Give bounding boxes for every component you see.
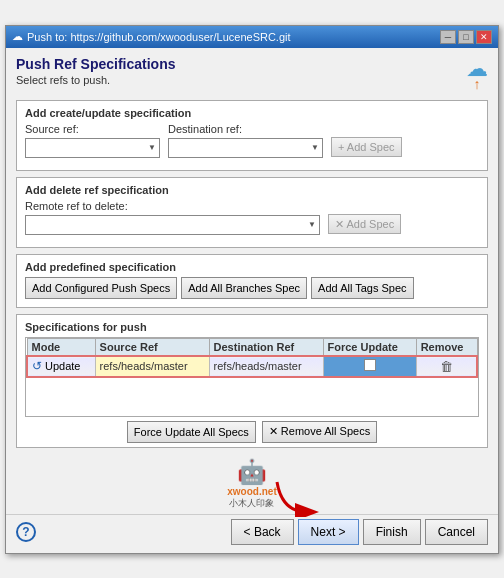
force-update-cell[interactable] xyxy=(323,356,416,377)
update-icon: ↺ xyxy=(32,359,42,373)
source-ref-label: Source ref: xyxy=(25,123,160,135)
col-force-update: Force Update xyxy=(323,338,416,356)
delete-section: Add delete ref specification Remote ref … xyxy=(16,177,488,248)
col-source-ref: Source Ref xyxy=(95,338,209,356)
add-all-branches-label: Add All Branches Spec xyxy=(188,282,300,294)
next-button[interactable]: Next > xyxy=(298,519,359,545)
add-spec-button-delete[interactable]: ✕ Add Spec xyxy=(328,214,401,234)
specs-table-container[interactable]: Mode Source Ref Destination Ref Force Up… xyxy=(25,337,479,417)
subtitle: Select refs to push. xyxy=(16,74,175,86)
create-update-title: Add create/update specification xyxy=(25,107,479,119)
logo-area: 🤖 xwood.net 小木人印象 xyxy=(227,458,276,510)
cloud-upload-icon: ☁ ↑ xyxy=(466,56,488,92)
add-spec-create-label: + Add Spec xyxy=(338,141,395,153)
main-window: ☁ Push to: https://github.com/xwooduser/… xyxy=(5,25,499,554)
force-checkbox[interactable] xyxy=(364,359,376,371)
col-dest-ref: Destination Ref xyxy=(209,338,323,356)
add-configured-label: Add Configured Push Specs xyxy=(32,282,170,294)
mode-value: Update xyxy=(45,360,80,372)
add-spec-button-create[interactable]: + Add Spec xyxy=(331,137,402,157)
tagline: 小木人印象 xyxy=(229,497,274,510)
predefined-section: Add predefined specification Add Configu… xyxy=(16,254,488,308)
back-label: < Back xyxy=(244,525,281,539)
remote-ref-label: Remote ref to delete: xyxy=(25,200,320,212)
add-all-tags-spec-button[interactable]: Add All Tags Spec xyxy=(311,277,413,299)
col-remove: Remove xyxy=(416,338,477,356)
predefined-title: Add predefined specification xyxy=(25,261,479,273)
source-ref-cell: refs/heads/master xyxy=(95,356,209,377)
specs-table: Mode Source Ref Destination Ref Force Up… xyxy=(26,338,478,378)
cancel-label: Cancel xyxy=(438,525,475,539)
remove-all-label: ✕ Remove All Specs xyxy=(269,425,370,438)
delete-title: Add delete ref specification xyxy=(25,184,479,196)
title-bar-controls[interactable]: ─ □ ✕ xyxy=(440,30,492,44)
maximize-button[interactable]: □ xyxy=(458,30,474,44)
force-update-all-specs-button[interactable]: Force Update All Specs xyxy=(127,421,256,443)
specs-title: Specifications for push xyxy=(25,321,479,333)
brand-name: xwood.net xyxy=(227,486,276,497)
add-spec-delete-label: ✕ Add Spec xyxy=(335,218,394,231)
add-all-tags-label: Add All Tags Spec xyxy=(318,282,406,294)
specs-section: Specifications for push Mode Source Ref … xyxy=(16,314,488,448)
dest-ref-arrow-icon: ▼ xyxy=(311,143,319,152)
add-all-branches-spec-button[interactable]: Add All Branches Spec xyxy=(181,277,307,299)
navigation-buttons: < Back Next > Finish Cancel xyxy=(231,519,488,545)
window-title: Push to: https://github.com/xwooduser/Lu… xyxy=(27,31,291,43)
close-button[interactable]: ✕ xyxy=(476,30,492,44)
next-label: Next > xyxy=(311,525,346,539)
col-mode: Mode xyxy=(27,338,95,356)
finish-label: Finish xyxy=(376,525,408,539)
remove-all-specs-button[interactable]: ✕ Remove All Specs xyxy=(262,421,377,443)
remote-ref-select[interactable]: ▼ xyxy=(25,215,320,235)
dest-ref-label: Destination ref: xyxy=(168,123,323,135)
create-update-section: Add create/update specification Source r… xyxy=(16,100,488,171)
page-title: Push Ref Specifications xyxy=(16,56,175,72)
source-ref-select[interactable]: ▼ xyxy=(25,138,160,158)
dest-ref-cell: refs/heads/master xyxy=(209,356,323,377)
finish-button[interactable]: Finish xyxy=(363,519,421,545)
force-update-all-label: Force Update All Specs xyxy=(134,426,249,438)
table-row[interactable]: ↺ Update refs/heads/master refs/heads/ma… xyxy=(27,356,477,377)
bottom-bar: ? < Back Next > Finish Cancel xyxy=(6,514,498,553)
cancel-button[interactable]: Cancel xyxy=(425,519,488,545)
add-configured-push-specs-button[interactable]: Add Configured Push Specs xyxy=(25,277,177,299)
dest-ref-select[interactable]: ▼ xyxy=(168,138,323,158)
remove-cell[interactable]: 🗑 xyxy=(416,356,477,377)
title-bar-left: ☁ Push to: https://github.com/xwooduser/… xyxy=(12,30,291,43)
title-bar: ☁ Push to: https://github.com/xwooduser/… xyxy=(6,26,498,48)
minimize-button[interactable]: ─ xyxy=(440,30,456,44)
help-label: ? xyxy=(22,525,29,539)
source-ref-arrow-icon: ▼ xyxy=(148,143,156,152)
predefined-buttons-row: Add Configured Push Specs Add All Branch… xyxy=(25,277,479,299)
red-arrow-icon xyxy=(272,477,322,520)
remote-ref-arrow-icon: ▼ xyxy=(308,220,316,229)
remove-icon[interactable]: 🗑 xyxy=(440,359,453,374)
table-actions: Force Update All Specs ✕ Remove All Spec… xyxy=(25,421,479,443)
robot-icon: 🤖 xyxy=(237,458,267,486)
help-button[interactable]: ? xyxy=(16,522,36,542)
window-icon: ☁ xyxy=(12,30,23,43)
back-button[interactable]: < Back xyxy=(231,519,294,545)
mode-cell: ↺ Update xyxy=(27,356,95,377)
